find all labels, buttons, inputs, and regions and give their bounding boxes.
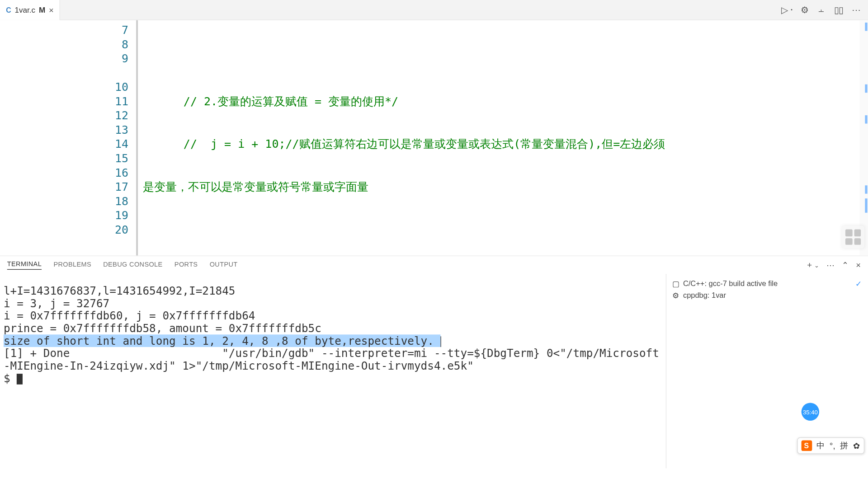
ime-punct[interactable]: °, xyxy=(830,441,835,450)
bottom-panel: TERMINAL PROBLEMS DEBUG CONSOLE PORTS OU… xyxy=(0,255,868,468)
tab-problems[interactable]: PROBLEMS xyxy=(53,261,91,270)
code-editor[interactable]: 7 8 9 10 11 12 13 14 15 16 17 18 19 20 /… xyxy=(0,20,868,256)
modified-indicator: M xyxy=(39,5,45,14)
code-content[interactable]: // 2.变量的运算及赋值 = 变量的使用*/ // j = i + 10;//… xyxy=(138,20,859,256)
tab-output[interactable]: OUTPUT xyxy=(210,261,238,270)
editor-tab-bar: C 1var.c M × ▷ • ⚙ ⫠ ▯▯ ⋯ xyxy=(0,0,868,20)
timer-badge[interactable]: 35:40 xyxy=(802,403,819,421)
debug-icon: ⚙ xyxy=(672,291,679,300)
ime-settings-icon[interactable]: ✿ xyxy=(853,441,860,450)
editor-actions: ▷ • ⚙ ⫠ ▯▯ ⋯ xyxy=(781,5,868,15)
close-icon[interactable]: × xyxy=(49,5,54,14)
editor-tab-active[interactable]: C 1var.c M × xyxy=(0,0,60,20)
editor-minimap[interactable] xyxy=(859,20,868,256)
terminal-line: [1] + Done "/usr/bin/gdb" --interpreter=… xyxy=(4,347,662,372)
panel-close-icon[interactable]: × xyxy=(856,260,861,270)
ime-lang[interactable]: 中 xyxy=(816,440,825,451)
file-type-c-icon: C xyxy=(6,5,11,14)
run-icon[interactable]: ▷ xyxy=(781,5,788,15)
run-dropdown-icon[interactable]: • xyxy=(791,7,793,13)
new-terminal-icon[interactable]: + xyxy=(807,260,812,270)
terminal-line: size of short int and long is 1, 2, 4, 8… xyxy=(4,334,662,347)
terminal-line: i = 0x7fffffffdb60, j = 0x7fffffffdb64 xyxy=(4,310,662,322)
terminal-output[interactable]: l+I=1431676837,l=1431654992,I=21845i = 3… xyxy=(0,274,666,468)
gear-icon[interactable]: ⚙ xyxy=(801,5,808,15)
more-icon[interactable]: ⋯ xyxy=(852,5,861,15)
apps-grid-icon[interactable] xyxy=(842,226,864,249)
tab-filename: 1var.c xyxy=(14,5,35,14)
task-row-build[interactable]: ▢ C/C++: gcc-7 build active file ✓ xyxy=(672,277,862,289)
tab-terminal[interactable]: TERMINAL xyxy=(7,260,42,270)
terminal-line: l+I=1431676837,l=1431654992,I=21845 xyxy=(4,285,662,297)
task-row-debug[interactable]: ⚙ cppdbg: 1var xyxy=(672,289,862,301)
terminal-cursor-icon xyxy=(17,374,23,385)
task-label: cppdbg: 1var xyxy=(683,291,726,299)
diff-icon[interactable]: ⫠ xyxy=(817,5,826,15)
tab-ports[interactable]: PORTS xyxy=(175,261,198,270)
text-cursor-icon xyxy=(441,336,441,347)
terminal-dropdown-icon[interactable]: ⌄ xyxy=(814,262,819,268)
panel-maximize-icon[interactable]: ⌃ xyxy=(842,260,849,270)
terminal-line: i = 3, j = 32767 xyxy=(4,297,662,310)
tab-debug-console[interactable]: DEBUG CONSOLE xyxy=(103,261,162,270)
line-number-gutter: 7 8 9 10 11 12 13 14 15 16 17 18 19 20 xyxy=(0,20,138,256)
split-editor-icon[interactable]: ▯▯ xyxy=(834,5,844,15)
ime-toolbar[interactable]: S 中 °, 拼 ✿ xyxy=(797,437,864,454)
ime-logo-icon: S xyxy=(801,440,812,451)
check-icon: ✓ xyxy=(855,279,862,288)
terminal-line: prince = 0x7fffffffdb58, amount = 0x7fff… xyxy=(4,322,662,335)
task-label: C/C++: gcc-7 build active file xyxy=(683,279,778,287)
panel-tab-bar: TERMINAL PROBLEMS DEBUG CONSOLE PORTS OU… xyxy=(0,256,868,274)
terminal-prompt: $ xyxy=(4,372,662,385)
panel-more-icon[interactable]: ⋯ xyxy=(826,260,835,270)
ime-mode[interactable]: 拼 xyxy=(840,440,848,451)
task-icon: ▢ xyxy=(672,279,679,288)
